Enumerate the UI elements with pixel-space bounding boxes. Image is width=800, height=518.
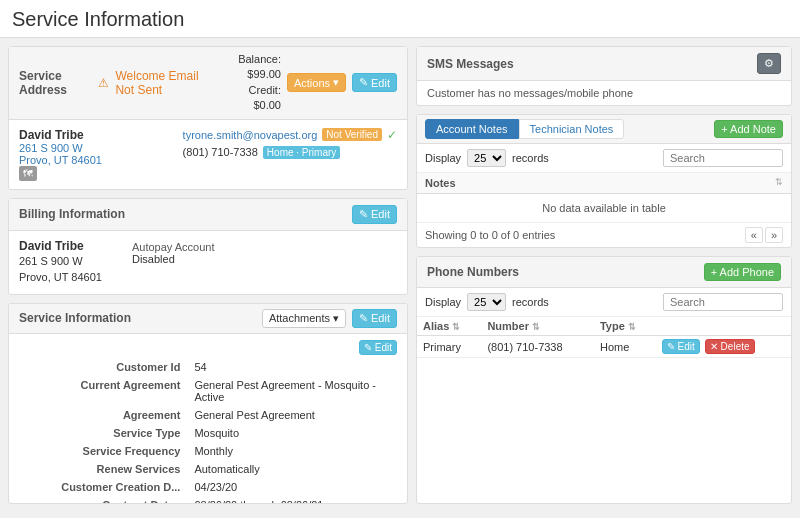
phone-numbers-title: Phone Numbers (427, 265, 519, 279)
content-area: Service Address ⚠ Welcome Email Not Sent… (0, 38, 800, 512)
address-street: 261 S 900 W (19, 142, 102, 154)
service-info-row: Contract Dates08/26/20 through 08/26/21 (21, 497, 395, 504)
edit-icon: ✎ (364, 342, 372, 353)
field-label: Agreement (21, 407, 188, 423)
autopay-value: Disabled (132, 253, 215, 265)
add-phone-button[interactable]: + Add Phone (704, 263, 781, 281)
sms-body: Customer has no messages/mobile phone (417, 81, 791, 105)
field-value: Automatically (190, 461, 395, 477)
field-label: Customer Creation D... (21, 479, 188, 495)
phone-display-row: Display 25 10 50 records (417, 288, 791, 317)
map-icon[interactable]: 🗺 (19, 166, 37, 181)
dropdown-chevron-icon: ▾ (333, 312, 339, 325)
sms-gear-button[interactable]: ⚙ (757, 53, 781, 74)
service-address-header-right: ⚠ Welcome Email Not Sent Balance: $99.00… (98, 52, 397, 114)
phone-table-row: Primary (801) 710-7338 Home ✎ Edit ✕ Del… (417, 336, 791, 358)
phone-edit-button[interactable]: ✎ Edit (662, 339, 700, 354)
alias-sort-icon: ⇅ (452, 322, 460, 332)
phone-search-input[interactable] (663, 293, 783, 311)
field-value: General Pest Agreement - Mosquito - Acti… (190, 377, 395, 405)
edit-icon: ✎ (359, 312, 368, 325)
balance-text: Balance: $99.00 (221, 52, 281, 83)
notes-next-button[interactable]: » (765, 227, 783, 243)
field-value: 08/26/20 through 08/26/21 (190, 497, 395, 504)
phone-records-label: records (512, 296, 549, 308)
notes-tabs: Account Notes Technician Notes (425, 119, 624, 139)
field-value: General Pest Agreement (190, 407, 395, 423)
attachments-button[interactable]: Attachments ▾ (262, 309, 346, 328)
phone-table-header-row: Alias ⇅ Number ⇅ Type ⇅ (417, 317, 791, 336)
field-label: Contract Dates (21, 497, 188, 504)
field-label: Renew Services (21, 461, 188, 477)
warning-icon: ⚠ (98, 76, 109, 90)
service-info-inner-edit-button[interactable]: ✎ Edit (359, 340, 397, 355)
service-address-edit-button[interactable]: ✎ Edit (352, 73, 397, 92)
field-value: 04/23/20 (190, 479, 395, 495)
field-value: Mosquito (190, 425, 395, 441)
verified-icon: ✓ (387, 128, 397, 142)
sms-title: SMS Messages (427, 57, 514, 71)
notes-column-header: Notes ⇅ (417, 173, 791, 194)
phone-display-select[interactable]: 25 10 50 (467, 293, 506, 311)
service-info-row: Service TypeMosquito (21, 425, 395, 441)
notes-search-input[interactable] (663, 149, 783, 167)
notes-display-label: Display (425, 152, 461, 164)
page-header: Service Information (0, 0, 800, 38)
phone-numbers-card: Phone Numbers + Add Phone Display 25 10 … (416, 256, 792, 504)
billing-body: David Tribe 261 S 900 W Provo, UT 84601 … (9, 231, 407, 294)
phone-numbers-table: Alias ⇅ Number ⇅ Type ⇅ (417, 317, 791, 358)
customer-name: David Tribe (19, 128, 102, 142)
billing-header: Billing Information ✎ Edit (9, 199, 407, 231)
notes-showing-text: Showing 0 to 0 of 0 entries (425, 229, 555, 241)
type-sort-icon: ⇅ (628, 322, 636, 332)
balance-credit-block: Balance: $99.00 Credit: $0.00 (221, 52, 281, 114)
service-info-row: Current AgreementGeneral Pest Agreement … (21, 377, 395, 405)
service-address-card: Service Address ⚠ Welcome Email Not Sent… (8, 46, 408, 190)
autopay-label: Autopay Account (132, 241, 215, 253)
service-info-body: ✎ Edit Customer Id54Current AgreementGen… (9, 334, 407, 504)
customer-email[interactable]: tyrone.smith@novapest.org (183, 129, 318, 141)
notes-records-label: records (512, 152, 549, 164)
service-info-row: Service FrequencyMonthly (21, 443, 395, 459)
service-info-title: Service Information (19, 311, 131, 325)
service-info-edit-button[interactable]: ✎ Edit (352, 309, 397, 328)
actions-button[interactable]: Actions ▾ (287, 73, 346, 92)
edit-icon: ✎ (359, 76, 368, 89)
field-label: Current Agreement (21, 377, 188, 405)
technician-notes-tab[interactable]: Technician Notes (519, 119, 625, 139)
field-value: Monthly (190, 443, 395, 459)
autopay-block: Autopay Account Disabled (132, 239, 215, 286)
service-info-row: AgreementGeneral Pest Agreement (21, 407, 395, 423)
phone-delete-button[interactable]: ✕ Delete (705, 339, 755, 354)
phone-actions: ✎ Edit ✕ Delete (656, 336, 791, 358)
actions-column-header (656, 317, 791, 336)
address-right: tyrone.smith@novapest.org Not Verified ✓… (183, 128, 397, 181)
billing-card: Billing Information ✎ Edit David Tribe 2… (8, 198, 408, 295)
notes-column-label: Notes (425, 177, 775, 189)
sort-icon: ⇅ (775, 177, 783, 189)
service-address-title: Service Address (19, 69, 98, 97)
account-notes-tab[interactable]: Account Notes (425, 119, 519, 139)
billing-street: 261 S 900 W (19, 253, 102, 270)
service-info-table: Customer Id54Current AgreementGeneral Pe… (19, 357, 397, 504)
not-verified-badge: Not Verified (322, 128, 382, 141)
notes-display-select[interactable]: 25 10 50 (467, 149, 506, 167)
notes-prev-button[interactable]: « (745, 227, 763, 243)
notes-showing-row: Showing 0 to 0 of 0 entries « » (417, 222, 791, 247)
type-column-header: Type ⇅ (594, 317, 656, 336)
dropdown-chevron-icon: ▾ (333, 76, 339, 89)
service-info-card: Service Information Attachments ▾ ✎ Edit… (8, 303, 408, 504)
customer-phone: (801) 710-7338 (183, 146, 258, 158)
add-note-button[interactable]: + Add Note (714, 120, 783, 138)
notes-no-data: No data available in table (417, 194, 791, 222)
address-city: Provo, UT 84601 (19, 154, 102, 166)
sms-card: SMS Messages ⚙ Customer has no messages/… (416, 46, 792, 106)
phone-alias: Primary (417, 336, 481, 358)
service-address-body: David Tribe 261 S 900 W Provo, UT 84601 … (9, 120, 407, 189)
welcome-email-not-sent: Welcome Email Not Sent (115, 69, 215, 97)
billing-edit-button[interactable]: ✎ Edit (352, 205, 397, 224)
sms-no-messages: Customer has no messages/mobile phone (427, 87, 633, 99)
phone-row: (801) 710-7338 Home · Primary (183, 146, 397, 159)
service-info-row: Customer Id54 (21, 359, 395, 375)
sms-header: SMS Messages ⚙ (417, 47, 791, 81)
